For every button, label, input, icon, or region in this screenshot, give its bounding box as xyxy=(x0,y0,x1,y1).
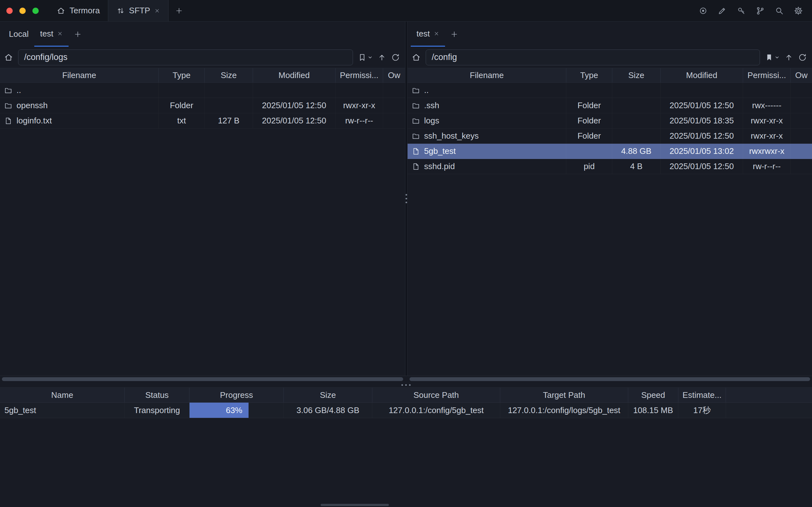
add-pane-tab-button[interactable] xyxy=(68,21,87,47)
column-estimate[interactable]: Estimate... xyxy=(679,388,726,402)
path-input-left[interactable] xyxy=(18,50,353,65)
add-pane-tab-button[interactable] xyxy=(445,21,464,47)
titlebar-actions xyxy=(698,0,812,21)
zoom-window-button[interactable] xyxy=(33,8,39,14)
bookmark-dropdown[interactable] xyxy=(358,53,373,62)
file-row-parent[interactable]: .. xyxy=(408,83,812,98)
splitter-grip-icon[interactable] xyxy=(401,384,411,386)
tab-local[interactable]: Local xyxy=(3,21,34,47)
splitter-grip-icon xyxy=(406,194,407,204)
cell-modified: 2025/01/05 12:50 xyxy=(253,98,335,113)
cell-size xyxy=(205,83,253,98)
column-name[interactable]: Name xyxy=(0,388,125,402)
minimize-window-button[interactable] xyxy=(19,8,26,14)
column-type[interactable]: Type xyxy=(566,68,612,82)
folder-icon xyxy=(412,117,420,125)
column-progress[interactable]: Progress xyxy=(190,388,284,402)
cell-filename: .. xyxy=(0,83,159,98)
cell-owner xyxy=(383,98,405,113)
transfer-row-5gb-test[interactable]: 5gb_test Transporting 63% 3.06 GB/4.88 G… xyxy=(0,403,812,418)
tab-local-label: Local xyxy=(9,29,29,39)
column-permissions[interactable]: Permissi... xyxy=(743,68,791,82)
cell-permissions: rwxr-xr-x xyxy=(743,128,791,144)
left-pane: Local test xyxy=(0,21,405,376)
tab-termora[interactable]: Termora xyxy=(48,0,108,21)
file-row-ssh[interactable]: .ssh Folder 2025/01/05 12:50 rwx------ xyxy=(408,98,812,113)
column-owner[interactable]: Ow xyxy=(383,68,405,82)
cell-speed: 108.15 MB xyxy=(628,403,679,418)
right-pathbar xyxy=(408,47,812,68)
record-icon[interactable] xyxy=(698,5,708,16)
tab-sftp[interactable]: SFTP xyxy=(108,0,168,21)
horizontal-scrollbar-right[interactable] xyxy=(410,377,810,381)
file-icon xyxy=(412,162,420,171)
close-icon[interactable] xyxy=(154,8,160,14)
close-icon[interactable] xyxy=(434,31,439,37)
cell-size xyxy=(612,113,661,128)
column-owner[interactable]: Ow xyxy=(791,68,812,82)
transfers-panel: Name Status Progress Size Source Path Ta… xyxy=(0,388,812,418)
cell-size xyxy=(205,98,253,113)
cell-owner xyxy=(791,159,812,174)
column-size[interactable]: Size xyxy=(205,68,253,82)
settings-icon[interactable] xyxy=(793,5,804,16)
edit-icon[interactable] xyxy=(717,5,727,16)
bookmark-dropdown[interactable] xyxy=(765,53,779,62)
cell-filename: sshd.pid xyxy=(408,159,566,174)
column-filename[interactable]: Filename xyxy=(408,68,566,82)
column-status[interactable]: Status xyxy=(125,388,190,402)
cell-modified xyxy=(661,83,743,98)
column-size[interactable]: Size xyxy=(284,388,372,402)
path-input-right[interactable] xyxy=(426,50,760,65)
column-permissions[interactable]: Permissi... xyxy=(335,68,383,82)
up-arrow-icon[interactable] xyxy=(377,53,386,62)
horizontal-scrollbar-bottom[interactable] xyxy=(321,504,389,506)
key-icon[interactable] xyxy=(736,5,747,16)
cell-source-path: 127.0.0.1:/config/5gb_test xyxy=(372,403,500,418)
column-speed[interactable]: Speed xyxy=(628,388,679,402)
cell-permissions: rwxr-xr-x xyxy=(335,98,383,113)
column-source-path[interactable]: Source Path xyxy=(372,388,500,402)
left-file-list: .. openssh Folder 2025/01/05 12:50 rwxr-… xyxy=(0,83,405,376)
vertical-splitter[interactable] xyxy=(405,21,408,376)
left-pane-tabs: Local test xyxy=(0,21,405,47)
cell-permissions: rwxrwxr-x xyxy=(743,144,791,159)
tab-test-left[interactable]: test xyxy=(34,21,68,47)
search-icon[interactable] xyxy=(774,5,785,16)
file-row-logs[interactable]: logs Folder 2025/01/05 18:35 rwxr-xr-x xyxy=(408,113,812,128)
file-row-parent[interactable]: .. xyxy=(0,83,405,98)
window-controls xyxy=(0,0,48,21)
add-tab-button[interactable] xyxy=(169,0,190,21)
horizontal-scrollbar-left[interactable] xyxy=(2,377,403,381)
cell-owner xyxy=(791,98,812,113)
branch-icon[interactable] xyxy=(755,5,766,16)
tab-test-right[interactable]: test xyxy=(411,21,445,47)
column-modified[interactable]: Modified xyxy=(253,68,335,82)
home-icon[interactable] xyxy=(4,53,13,62)
cell-type: txt xyxy=(159,113,205,128)
right-table-header: Filename Type Size Modified Permissi... … xyxy=(408,68,812,83)
refresh-icon[interactable] xyxy=(798,53,807,62)
file-row-5gb-test[interactable]: 5gb_test 4.88 GB 2025/01/05 13:02 rwxrwx… xyxy=(408,144,812,159)
column-modified[interactable]: Modified xyxy=(661,68,743,82)
column-type[interactable]: Type xyxy=(159,68,205,82)
file-icon xyxy=(412,147,420,156)
close-window-button[interactable] xyxy=(6,8,13,14)
cell-size: 4.88 GB xyxy=(612,144,661,159)
file-row-sshd-pid[interactable]: sshd.pid pid 4 B 2025/01/05 12:50 rw-r--… xyxy=(408,159,812,174)
cell-modified: 2025/01/05 18:35 xyxy=(661,113,743,128)
refresh-icon[interactable] xyxy=(391,53,400,62)
column-target-path[interactable]: Target Path xyxy=(500,388,628,402)
column-filename[interactable]: Filename xyxy=(0,68,159,82)
file-row-openssh[interactable]: openssh Folder 2025/01/05 12:50 rwxr-xr-… xyxy=(0,98,405,113)
home-icon[interactable] xyxy=(412,53,421,62)
file-row-ssh-host-keys[interactable]: ssh_host_keys Folder 2025/01/05 12:50 rw… xyxy=(408,128,812,144)
file-row-loginfo[interactable]: loginfo.txt txt 127 B 2025/01/05 12:50 r… xyxy=(0,113,405,128)
caret-down-icon xyxy=(368,55,373,60)
column-size[interactable]: Size xyxy=(612,68,661,82)
right-file-list: .. .ssh Folder 2025/01/05 12:50 rwx-----… xyxy=(408,83,812,376)
up-arrow-icon[interactable] xyxy=(784,53,793,62)
close-icon[interactable] xyxy=(57,31,63,37)
cell-filename: logs xyxy=(408,113,566,128)
cell-modified: 2025/01/05 12:50 xyxy=(661,98,743,113)
